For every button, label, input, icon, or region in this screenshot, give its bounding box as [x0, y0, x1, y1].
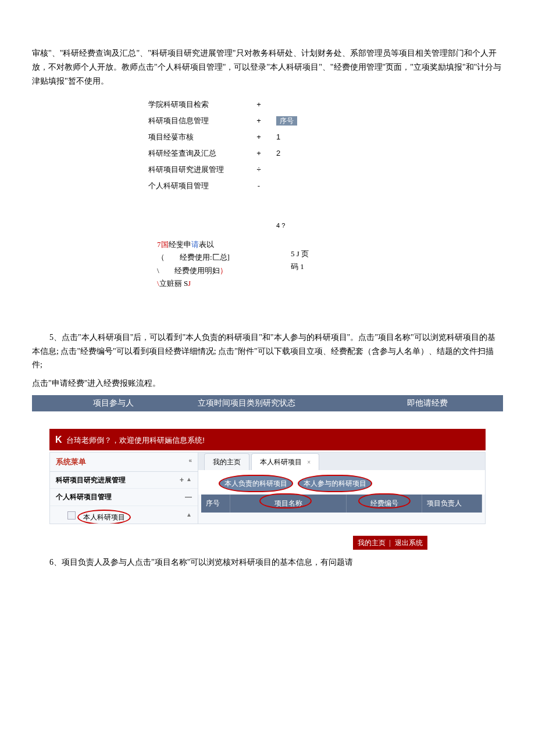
tab-my-projects[interactable]: 本人科研项目 × [251, 453, 319, 470]
separator: | [387, 539, 393, 547]
menu-symbol: ÷ [250, 163, 268, 176]
menu-label: 科研项目信息管理 [148, 114, 250, 127]
sidebar-item-label: 个人科研项目管理 [56, 491, 112, 503]
sub-text: 经斐申 [169, 240, 191, 249]
step5-paragraph: 5、点击"本人科研项目"后，可以看到"本人负责的科研项目"和"本人参与的科研项目… [32, 331, 503, 372]
menu-right: 2 [268, 147, 302, 160]
hb-col-participants: 项目参与人 [90, 396, 160, 410]
expand-icon[interactable]: + [180, 474, 184, 486]
menu-row: 科研经筌查询及汇总 + 2 [148, 145, 503, 162]
table-header-bar: 项目参与人 立项时间项目类别研究状态 即他请经费 [32, 395, 503, 411]
sidebar-item-personal-mgmt[interactable]: 个人科研项目管理 — [50, 489, 198, 506]
sub-line: 立赃丽 S [159, 279, 188, 288]
menu-symbol: + [250, 131, 268, 144]
sidebar-item-my-projects[interactable]: 本人科研项目 ▲ [50, 506, 198, 524]
menu-right: 序号 [268, 114, 302, 127]
sidebar-item-label: 科研项目研究进展管理 [56, 474, 126, 486]
menu-label: 项目经荽市核 [148, 131, 250, 144]
footer-links: 我的主页 | 退出系统 [32, 536, 503, 550]
menu-label: 学院科研项目检索 [148, 98, 250, 111]
welcome-k: K [55, 435, 62, 445]
step5b-paragraph: 点击"申请经费"进入经费报账流程。 [32, 377, 503, 390]
subtab-participate[interactable]: 本人参与的科研项目 [298, 475, 372, 492]
th-owner: 项目负责人 [422, 495, 482, 512]
sub-red: J [188, 279, 191, 288]
menu-label: 科研项目研究进展管理 [148, 163, 250, 176]
page-info: 5 J 页 [291, 248, 320, 260]
extra-row: 4 ? [148, 217, 503, 234]
sub-block: 7国经斐申请表以 （ 经费使用:匚总] \ 经费使用明妇） \立赃丽 SJ 5 … [157, 238, 503, 289]
step6-paragraph: 6、项目负责人及参与人点击"项目名称"可以浏览核对科研项目的基本信息，有问题请 [32, 556, 503, 569]
footer-home-link[interactable]: 我的主页 [358, 539, 386, 547]
th-label: 经费编号 [370, 499, 398, 507]
welcome-bar: K 台琦老师倒？，欢迎使用科研婳信息系统! [49, 429, 486, 450]
collapse-icon[interactable]: « [188, 456, 192, 468]
th-project-name: 项目名称 [230, 495, 347, 512]
th-label: 项目名称 [274, 499, 302, 507]
up-icon[interactable]: ▲ [186, 474, 192, 486]
menu-row: 科研项目信息管理 + 序号 [148, 113, 503, 129]
main-panel: 我的主页 本人科研项目 × 本人负责的科研项目 本人参与的科研项目 序号 项目名… [198, 453, 485, 524]
page-info: 码 1 [291, 260, 320, 273]
menu-symbol: + [250, 98, 268, 111]
hb-col-time-type-state: 立项时间项目类别研究状态 [195, 396, 346, 410]
tabs-row: 我的主页 本人科研项目 × [198, 453, 485, 470]
sidebar-item-progress-mgmt[interactable]: 科研项目研究进展管理 + ▲ [50, 472, 198, 489]
menu-label: 个人科研项目管理 [148, 180, 250, 192]
app-ui: 系统莱单 « 科研项目研究进展管理 + ▲ 个人科研项目管理 — 本人科研项目 … [49, 452, 486, 524]
menu-symbol: - [250, 180, 268, 192]
close-icon[interactable]: × [307, 459, 311, 465]
footer-logout-link[interactable]: 退出系统 [395, 539, 423, 547]
sidebar-item-label: 本人科研项目 [77, 510, 131, 524]
th-fee-code: 经费编号 [347, 495, 422, 512]
sidebar-header: 系统莱单 « [50, 453, 198, 472]
menu-symbol: + [250, 147, 268, 160]
menu-table: 学院科研项目检索 + 科研项目信息管理 + 序号 项目经荽市核 + 1 科研经筌… [148, 96, 503, 234]
menu-row: 学院科研项目检索 + [148, 96, 503, 113]
subtab-responsible[interactable]: 本人负责的科研项目 [219, 475, 293, 492]
seq-badge: 序号 [276, 116, 297, 126]
sub-line: （ 经费使用:匚总] [157, 251, 273, 264]
sidebar: 系统莱单 « 科研项目研究进展管理 + ▲ 个人科研项目管理 — 本人科研项目 … [50, 453, 198, 524]
menu-right: 1 [268, 131, 302, 144]
hb-col-apply-fee: 即他请经费 [404, 396, 451, 410]
collapse-icon[interactable]: — [185, 491, 192, 503]
up-icon[interactable]: ▲ [186, 510, 192, 519]
subtabs-row: 本人负责的科研项目 本人参与的科研项目 [198, 470, 485, 495]
welcome-text: 台琦老师倒？，欢迎使用科研婳信息系统! [65, 436, 205, 445]
sub-tail: 表以 [199, 240, 214, 249]
sub-red: ） [220, 266, 227, 275]
sub-blue: 请 [191, 240, 199, 249]
menu-symbol: + [250, 114, 268, 127]
menu-row: 项目经荽市核 + 1 [148, 129, 503, 145]
table-header: 序号 项目名称 经费编号 项目负责人 [201, 495, 482, 512]
tab-home[interactable]: 我的主页 [204, 453, 249, 470]
menu-row: 科研项目研究进展管理 ÷ [148, 162, 503, 178]
tab-label: 我的主页 [213, 458, 241, 466]
extra-4: 4 ? [268, 220, 302, 231]
tab-label: 本人科研项目 [260, 458, 302, 466]
sub-red: 7国 [157, 240, 169, 249]
intro-paragraph: 审核"、"科研经费查询及汇总"、"科研项目研究进展管理"只对教务科研处、计划财务… [32, 46, 503, 88]
menu-label: 科研经筌查询及汇总 [148, 147, 250, 160]
sub-line: \ 经费使用明妇 [157, 266, 220, 275]
th-seq: 序号 [201, 495, 230, 512]
item-icon [67, 511, 76, 519]
footer-box: 我的主页 | 退出系统 [353, 536, 427, 550]
menu-row: 个人科研项目管理 - [148, 178, 503, 194]
sidebar-title: 系统莱单 [56, 456, 86, 468]
